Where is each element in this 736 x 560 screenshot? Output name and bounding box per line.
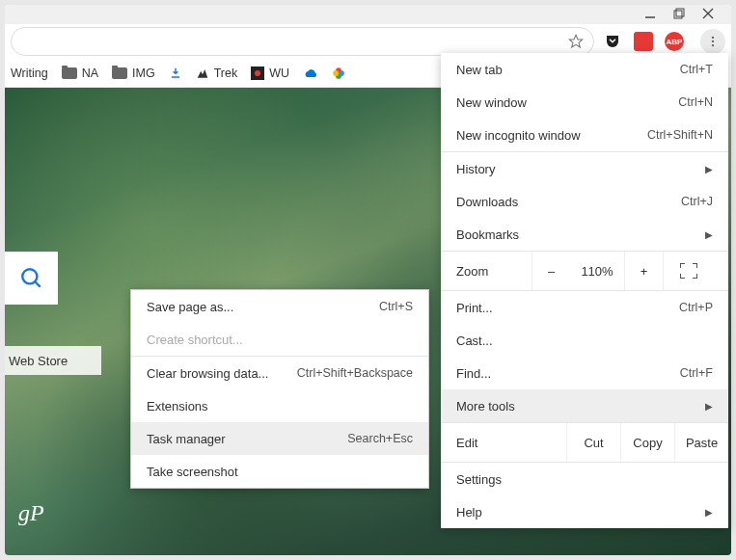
chevron-right-icon: ▶ <box>705 507 713 518</box>
svg-point-7 <box>712 40 714 42</box>
zoom-label: Zoom <box>456 264 532 279</box>
omnibox[interactable] <box>11 27 594 56</box>
bookmark-wu[interactable]: WU <box>251 67 289 80</box>
copy-button[interactable]: Copy <box>620 423 674 462</box>
more-tools-submenu: Save page as...Ctrl+S Create shortcut...… <box>130 289 429 489</box>
submenu-task-manager[interactable]: Task managerSearch+Esc <box>131 422 428 455</box>
cut-button[interactable]: Cut <box>566 423 620 462</box>
submenu-create-shortcut: Create shortcut... <box>131 323 428 356</box>
svg-rect-2 <box>676 9 684 16</box>
folder-icon <box>62 67 77 79</box>
fullscreen-icon <box>680 263 697 279</box>
menu-bookmarks[interactable]: Bookmarks▶ <box>441 218 728 251</box>
bookmark-writing[interactable]: Writing <box>11 67 48 80</box>
chrome-menu-button[interactable] <box>700 29 725 54</box>
svg-point-14 <box>22 269 37 283</box>
menu-zoom-row: Zoom – 110% + <box>441 252 728 290</box>
svg-line-15 <box>35 281 40 286</box>
chrome-main-menu: New tabCtrl+T New windowCtrl+N New incog… <box>441 53 728 528</box>
chevron-right-icon: ▶ <box>705 164 713 174</box>
menu-print[interactable]: Print...Ctrl+P <box>441 291 728 324</box>
bookmark-onedrive[interactable] <box>303 67 318 79</box>
titlebar <box>5 5 731 24</box>
toolbar-extensions: ABP <box>602 29 725 54</box>
bookmark-trek[interactable]: Trek <box>196 67 238 80</box>
minimize-button[interactable] <box>644 6 656 23</box>
search-icon <box>19 266 44 291</box>
abp-icon[interactable]: ABP <box>664 31 685 52</box>
svg-rect-1 <box>674 11 682 18</box>
menu-new-window[interactable]: New windowCtrl+N <box>441 86 728 119</box>
menu-downloads[interactable]: DownloadsCtrl+J <box>441 185 728 218</box>
zoom-in-button[interactable]: + <box>624 252 663 290</box>
bookmark-img[interactable]: IMG <box>112 67 155 80</box>
star-icon[interactable] <box>568 34 584 49</box>
svg-point-8 <box>712 44 714 46</box>
fullscreen-button[interactable] <box>663 252 713 290</box>
zoom-out-button[interactable]: – <box>532 252 570 290</box>
onedrive-icon <box>303 67 318 79</box>
svg-marker-5 <box>569 35 582 47</box>
bookmark-na[interactable]: NA <box>62 67 98 80</box>
extension-icon[interactable] <box>633 31 654 52</box>
paste-button[interactable]: Paste <box>674 423 728 462</box>
edit-label: Edit <box>456 436 566 450</box>
bookmark-photos[interactable] <box>332 67 345 80</box>
trek-icon <box>196 67 209 80</box>
search-tile[interactable] <box>5 252 58 305</box>
menu-cast[interactable]: Cast... <box>441 324 728 357</box>
chevron-right-icon: ▶ <box>705 229 713 240</box>
svg-point-13 <box>333 70 339 76</box>
menu-history[interactable]: History▶ <box>441 152 728 185</box>
menu-more-tools[interactable]: More tools▶ <box>441 389 728 422</box>
menu-settings[interactable]: Settings <box>441 463 728 495</box>
download-icon <box>169 67 182 80</box>
submenu-screenshot[interactable]: Take screenshot <box>131 455 428 488</box>
menu-new-tab[interactable]: New tabCtrl+T <box>441 53 728 86</box>
submenu-clear-data[interactable]: Clear browsing data...Ctrl+Shift+Backspa… <box>131 357 428 389</box>
maximize-button[interactable] <box>673 6 685 23</box>
menu-help[interactable]: Help▶ <box>441 495 728 528</box>
menu-incognito[interactable]: New incognito windowCtrl+Shift+N <box>441 119 728 151</box>
wu-icon <box>251 67 264 80</box>
chevron-right-icon: ▶ <box>705 401 713 412</box>
menu-edit-row: Edit Cut Copy Paste <box>441 423 728 462</box>
pocket-icon[interactable] <box>602 31 623 52</box>
bookmark-download[interactable] <box>169 67 182 80</box>
submenu-extensions[interactable]: Extensions <box>131 389 428 422</box>
svg-point-6 <box>712 37 714 39</box>
submenu-save-page[interactable]: Save page as...Ctrl+S <box>131 290 428 323</box>
webstore-tile[interactable]: Web Store <box>5 346 101 375</box>
zoom-level: 110% <box>570 264 624 279</box>
photos-icon <box>332 67 345 80</box>
gp-logo: gP <box>18 500 44 526</box>
menu-find[interactable]: Find...Ctrl+F <box>441 357 728 389</box>
close-button[interactable] <box>702 6 714 23</box>
folder-icon <box>112 67 127 79</box>
